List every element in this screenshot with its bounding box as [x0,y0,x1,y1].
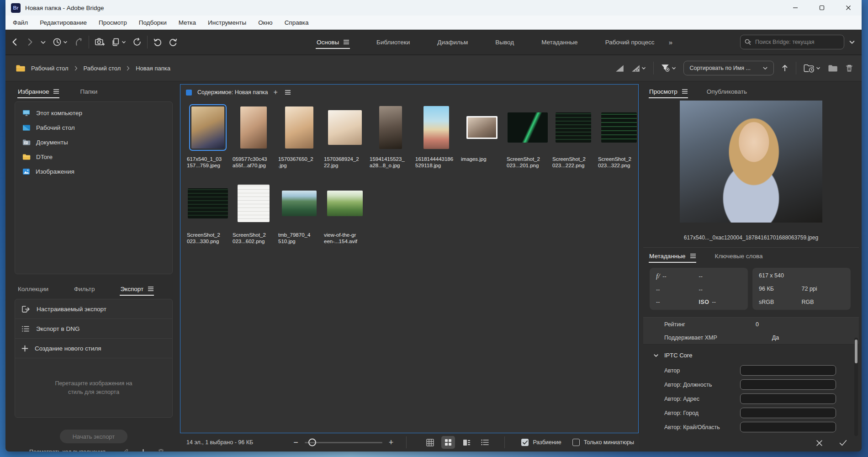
list-view-icon[interactable] [478,436,492,449]
thumbnail-item[interactable]: view-of-the-green-...154.avif [322,181,368,244]
breadcrumb-item[interactable]: Рабочий стол [84,65,121,72]
scrollbar-thumb[interactable] [855,340,857,363]
search-input[interactable] [754,38,840,46]
minimize-button[interactable] [782,0,809,16]
panel-menu-icon[interactable] [344,42,349,43]
favorites-item-pictures[interactable]: Изображения [15,164,172,179]
workspace-tab-workflow[interactable]: Рабочий процесс [604,32,656,53]
thumbnail-item[interactable]: 059577c30c43a55f...af70.jpg [231,105,276,169]
workspace-tab-libraries[interactable]: Библиотеки [376,32,411,53]
favorites-item-desktop[interactable]: Рабочий стол [15,120,172,135]
new-folder-icon[interactable] [828,64,838,72]
tab-favorites[interactable]: Избранное [17,85,59,98]
thumbnail-image[interactable] [328,110,362,145]
thumbnail-image[interactable] [423,106,449,149]
workspace-overflow-icon[interactable]: » [669,38,672,46]
trash-icon[interactable] [158,448,164,452]
favorites-item-this-pc[interactable]: Этот компьютер [15,106,172,120]
thumbnail-item[interactable]: ScreenShot_2023...330.png [185,181,231,244]
grid-lock-view-icon[interactable] [423,436,437,449]
menu-help[interactable]: Справка [285,19,309,26]
zoom-in-icon[interactable]: + [389,438,394,447]
thumbnail-item[interactable]: ScreenShot_2023...201.png [505,105,550,169]
menu-tools[interactable]: Инструменты [208,19,246,26]
view-progress-link[interactable]: Посмотреть ход выполнения [29,449,106,452]
tab-metadata[interactable]: Метаданные [649,250,696,262]
edit-pencil-icon[interactable] [122,448,129,452]
copy-files-dropdown[interactable] [111,37,126,47]
details-view-icon[interactable] [460,436,473,449]
panel-menu-icon[interactable] [148,288,153,289]
revert-icon[interactable] [74,37,83,47]
panel-menu-icon[interactable] [690,255,696,256]
iptc-creator-state-input[interactable] [740,422,836,432]
iptc-creator-input[interactable] [740,365,836,376]
tab-export[interactable]: Экспорт [120,283,154,295]
iptc-core-section[interactable]: IPTC Core [643,345,859,361]
thumbnail-image[interactable] [556,112,591,143]
thumbnail-image[interactable] [327,191,363,216]
thumbnail-item[interactable]: ScreenShot_2023...222.png [550,105,596,169]
checkbox-checked-icon[interactable] [521,439,529,446]
panel-menu-icon[interactable] [53,91,59,92]
thumbnail-view-icon[interactable] [441,436,455,449]
panel-menu-icon[interactable] [285,92,291,93]
thumbnail-item[interactable]: 1618144443186529118.jpg [413,105,459,169]
start-export-button[interactable]: Начать экспорт [60,430,127,443]
menu-label[interactable]: Метка [179,19,196,26]
maximize-button[interactable] [809,0,835,16]
recent-folders-dropdown[interactable] [804,64,820,73]
workspace-tab-output[interactable]: Вывод [494,32,515,53]
back-icon[interactable] [11,38,19,46]
export-row-new-preset[interactable]: Создание нового стиля [15,339,172,358]
thumbnail-image-selected[interactable] [191,106,224,149]
split-toggle[interactable]: Разбиение [521,439,561,446]
thumbnail-image[interactable] [466,116,498,139]
import-from-camera-icon[interactable] [95,37,105,47]
rotate-left-icon[interactable] [153,37,162,47]
cancel-metadata-icon[interactable] [816,440,823,446]
favorites-item-documents[interactable]: Документы [15,135,172,149]
menu-window[interactable]: Окно [258,19,272,26]
thumbnail-item[interactable]: ScreenShot_2023...602.png [231,181,276,244]
thumbnail-image[interactable] [285,106,313,149]
thumbnail-image[interactable] [240,106,267,149]
search-scope-chevron-icon[interactable] [849,39,855,45]
iptc-creator-city-input[interactable] [740,408,836,418]
select-all-icon[interactable] [186,90,192,96]
thumbnail-item[interactable]: images.jpg [459,105,505,169]
menu-edit[interactable]: Редактирование [40,19,87,26]
search-box[interactable] [740,35,844,49]
quality-ramp-dropdown[interactable] [631,64,646,72]
tab-folders[interactable]: Папки [79,85,98,98]
refresh-icon[interactable] [132,37,142,47]
thumbnail-image[interactable] [508,112,548,143]
menu-file[interactable]: Файл [13,19,28,26]
iptc-creator-jobtitle-input[interactable] [740,379,836,390]
workspace-tab-filmstrip[interactable]: Диафильм [436,32,469,53]
tab-filter[interactable]: Фильтр [74,283,95,295]
thumbnail-image[interactable] [188,188,228,218]
thumbnails-only-toggle[interactable]: Только миниатюры [572,439,634,446]
trash-icon[interactable] [845,64,853,73]
forward-icon[interactable] [26,38,34,46]
nav-dropdown-icon[interactable] [40,39,46,45]
close-button[interactable] [835,0,862,16]
iptc-creator-address-input[interactable] [740,393,836,404]
breadcrumb-item[interactable]: Рабочий стол [31,65,69,72]
thumbnail-image[interactable] [601,112,637,143]
filter-dropdown[interactable] [661,64,676,72]
thumbnail-image[interactable] [282,191,317,216]
tab-preview[interactable]: Просмотр [649,85,688,98]
thumbnail-image[interactable] [238,185,270,222]
panel-menu-icon[interactable] [682,91,688,92]
checkbox-unchecked-icon[interactable] [572,439,580,446]
favorites-item-dtore[interactable]: DTore [15,149,172,164]
workspace-tab-metadata[interactable]: Метаданные [540,32,579,53]
slider-knob[interactable] [308,439,316,446]
thumbnail-item[interactable]: 15941415523_a28...8_o.jpg [368,105,413,169]
export-row-dng[interactable]: Экспорт в DNG [15,319,172,339]
rotate-right-icon[interactable] [169,37,178,47]
history-dropdown[interactable] [53,37,68,47]
sort-dropdown[interactable]: Сортировать по Имя ... [683,61,774,75]
